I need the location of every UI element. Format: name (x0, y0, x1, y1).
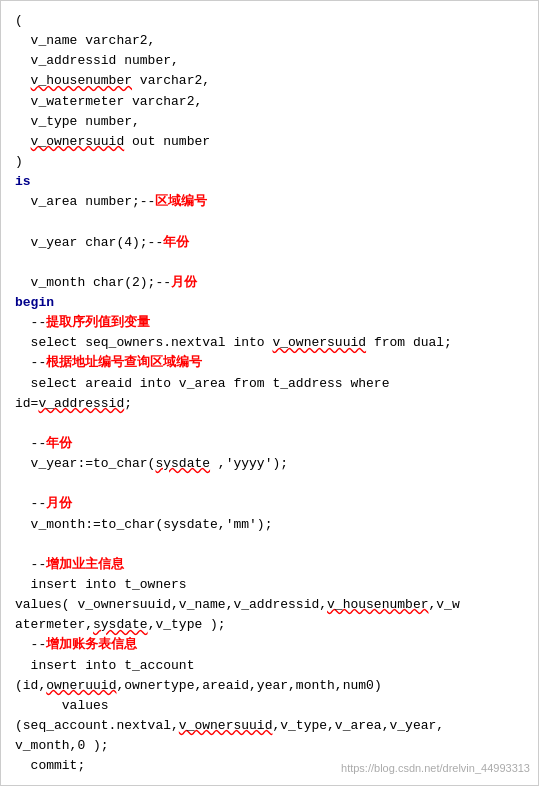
code-token: v_housenumber (327, 597, 428, 612)
code-line: v_ownersuuid out number (15, 132, 524, 152)
code-token: v_addressid (38, 396, 124, 411)
code-line: begin (15, 293, 524, 313)
code-line: is (15, 172, 524, 192)
code-token: -- (15, 436, 46, 451)
code-token: ,v_w (428, 597, 459, 612)
code-line: v_addressid number, (15, 51, 524, 71)
code-line: v_month,0 ); (15, 736, 524, 756)
code-token: -- (15, 315, 46, 330)
code-token: v_year char(4);-- (15, 235, 163, 250)
code-token: atermeter, (15, 617, 93, 632)
code-line: select seq_owners.nextval into v_ownersu… (15, 333, 524, 353)
code-token: v_addressid number, (15, 53, 179, 68)
code-line: v_area number;--区域编号 (15, 192, 524, 212)
code-token: out number (124, 134, 210, 149)
code-line: --根据地址编号查询区域编号 (15, 353, 524, 373)
code-line: (id,owneruuid,ownertype,areaid,year,mont… (15, 676, 524, 696)
code-token: id= (15, 396, 38, 411)
code-line: --提取序列值到变量 (15, 313, 524, 333)
code-line (15, 212, 524, 232)
code-token: v_month char(2);-- (15, 275, 171, 290)
code-token: -- (15, 637, 46, 652)
code-token: -- (15, 496, 46, 511)
code-token: ,v_type,v_area,v_year, (272, 718, 444, 733)
code-token: sysdate (155, 456, 210, 471)
code-token: insert into t_account (15, 658, 194, 673)
code-token: values (15, 698, 109, 713)
code-line: v_month char(2);--月份 (15, 273, 524, 293)
code-token: ( (15, 13, 23, 28)
code-token: (id, (15, 678, 46, 693)
code-line: --增加账务表信息 (15, 635, 524, 655)
code-line: --月份 (15, 494, 524, 514)
code-token: v_housenumber (31, 73, 132, 88)
code-token: ,ownertype,areaid,year,month,num0) (116, 678, 381, 693)
code-token: varchar2, (132, 73, 210, 88)
code-token: begin (15, 295, 54, 310)
code-token: 增加业主信息 (46, 557, 124, 572)
code-token: v_name varchar2, (15, 33, 155, 48)
code-token (15, 73, 31, 88)
code-line: v_housenumber varchar2, (15, 71, 524, 91)
code-token: v_ownersuuid (31, 134, 125, 149)
code-token: values( v_ownersuuid,v_name,v_addressid, (15, 597, 327, 612)
code-line: values (15, 696, 524, 716)
code-token: owneruuid (46, 678, 116, 693)
code-token: 根据地址编号查询区域编号 (46, 355, 202, 370)
code-line: --增加业主信息 (15, 555, 524, 575)
code-token: select seq_owners.nextval into (15, 335, 272, 350)
code-line: --年份 (15, 434, 524, 454)
code-token (15, 134, 31, 149)
code-token: v_ownersuuid (272, 335, 366, 350)
code-line: atermeter,sysdate,v_type ); (15, 615, 524, 635)
code-token: ,'yyyy'); (210, 456, 288, 471)
watermark: https://blog.csdn.net/drelvin_44993313 (341, 760, 530, 777)
code-container: ( v_name varchar2, v_addressid number, v… (0, 0, 539, 786)
code-line: v_year char(4);--年份 (15, 233, 524, 253)
code-line: select areaid into v_area from t_address… (15, 374, 524, 394)
code-token: v_area number;-- (15, 194, 155, 209)
code-token: v_type number, (15, 114, 140, 129)
code-token: commit; (15, 758, 85, 773)
code-token: -- (15, 557, 46, 572)
code-line (15, 474, 524, 494)
code-line: v_type number, (15, 112, 524, 132)
code-line: insert into t_account (15, 656, 524, 676)
code-line (15, 253, 524, 273)
code-token: select areaid into v_area from t_address… (15, 376, 389, 391)
code-block: ( v_name varchar2, v_addressid number, v… (15, 11, 524, 776)
code-line (15, 535, 524, 555)
code-token: from dual; (366, 335, 452, 350)
code-line: (seq_account.nextval,v_ownersuuid,v_type… (15, 716, 524, 736)
code-line: v_year:=to_char(sysdate ,'yyyy'); (15, 454, 524, 474)
code-token: v_month,0 ); (15, 738, 109, 753)
code-line: v_month:=to_char(sysdate,'mm'); (15, 515, 524, 535)
code-token: 月份 (171, 275, 197, 290)
code-token: insert into t_owners (15, 577, 187, 592)
code-line: v_name varchar2, (15, 31, 524, 51)
code-token: 年份 (163, 235, 189, 250)
code-token: ,v_type ); (148, 617, 226, 632)
code-line: ( (15, 11, 524, 31)
code-line: v_watermeter varchar2, (15, 92, 524, 112)
code-line: ) (15, 152, 524, 172)
code-token: 提取序列值到变量 (46, 315, 150, 330)
code-token: 月份 (46, 496, 72, 511)
code-token: -- (15, 355, 46, 370)
code-token: is (15, 174, 31, 189)
code-line: id=v_addressid; (15, 394, 524, 414)
code-token: 年份 (46, 436, 72, 451)
code-line: values( v_ownersuuid,v_name,v_addressid,… (15, 595, 524, 615)
code-token: v_watermeter varchar2, (15, 94, 202, 109)
code-token: ) (15, 154, 23, 169)
code-token: ; (124, 396, 132, 411)
code-token: v_year:=to_char( (15, 456, 155, 471)
code-line: insert into t_owners (15, 575, 524, 595)
code-token: v_month:=to_char(sysdate,'mm'); (15, 517, 272, 532)
code-line (15, 414, 524, 434)
code-token: v_ownersuuid (179, 718, 273, 733)
code-token: (seq_account.nextval, (15, 718, 179, 733)
code-token: 增加账务表信息 (46, 637, 137, 652)
code-token: sysdate (93, 617, 148, 632)
code-token: 区域编号 (155, 194, 207, 209)
